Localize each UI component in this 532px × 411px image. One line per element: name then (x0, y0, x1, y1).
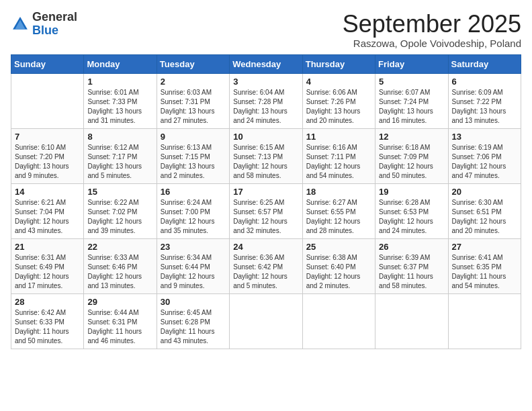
calendar-cell: 17Sunrise: 6:25 AM Sunset: 6:57 PM Dayli… (230, 183, 302, 238)
day-info: Sunrise: 6:25 AM Sunset: 6:57 PM Dayligh… (233, 198, 298, 236)
day-info: Sunrise: 6:44 AM Sunset: 6:31 PM Dayligh… (87, 308, 152, 346)
calendar-cell: 27Sunrise: 6:41 AM Sunset: 6:35 PM Dayli… (448, 238, 521, 293)
day-number: 13 (452, 132, 517, 142)
calendar-cell (448, 293, 521, 349)
calendar-cell: 12Sunrise: 6:18 AM Sunset: 7:09 PM Dayli… (375, 128, 448, 183)
day-info: Sunrise: 6:19 AM Sunset: 7:06 PM Dayligh… (452, 143, 517, 181)
day-info: Sunrise: 6:34 AM Sunset: 6:44 PM Dayligh… (161, 253, 226, 291)
day-number: 7 (15, 132, 80, 142)
calendar-cell: 8Sunrise: 6:12 AM Sunset: 7:17 PM Daylig… (84, 128, 157, 183)
logo: General Blue (11, 11, 77, 38)
day-info: Sunrise: 6:18 AM Sunset: 7:09 PM Dayligh… (379, 143, 444, 181)
day-info: Sunrise: 6:41 AM Sunset: 6:35 PM Dayligh… (452, 253, 517, 291)
calendar-cell: 25Sunrise: 6:38 AM Sunset: 6:40 PM Dayli… (302, 238, 375, 293)
location-subtitle: Raszowa, Opole Voivodeship, Poland (343, 38, 521, 49)
calendar-cell: 5Sunrise: 6:07 AM Sunset: 7:24 PM Daylig… (375, 73, 448, 128)
calendar-week-row: 14Sunrise: 6:21 AM Sunset: 7:04 PM Dayli… (11, 183, 521, 238)
day-info: Sunrise: 6:22 AM Sunset: 7:02 PM Dayligh… (87, 198, 152, 236)
calendar-week-row: 7Sunrise: 6:10 AM Sunset: 7:20 PM Daylig… (11, 128, 521, 183)
day-info: Sunrise: 6:06 AM Sunset: 7:26 PM Dayligh… (306, 88, 371, 126)
calendar-week-row: 1Sunrise: 6:01 AM Sunset: 7:33 PM Daylig… (11, 73, 521, 128)
day-number: 25 (306, 242, 371, 252)
calendar-cell: 2Sunrise: 6:03 AM Sunset: 7:31 PM Daylig… (157, 73, 229, 128)
day-info: Sunrise: 6:12 AM Sunset: 7:17 PM Dayligh… (87, 143, 152, 181)
calendar-cell: 22Sunrise: 6:33 AM Sunset: 6:46 PM Dayli… (84, 238, 157, 293)
day-number: 28 (15, 297, 80, 307)
calendar-week-row: 21Sunrise: 6:31 AM Sunset: 6:49 PM Dayli… (11, 238, 521, 293)
calendar-cell: 21Sunrise: 6:31 AM Sunset: 6:49 PM Dayli… (11, 238, 84, 293)
day-number: 21 (15, 242, 80, 252)
day-info: Sunrise: 6:04 AM Sunset: 7:28 PM Dayligh… (233, 88, 298, 126)
day-number: 4 (306, 77, 371, 87)
calendar-week-row: 28Sunrise: 6:42 AM Sunset: 6:33 PM Dayli… (11, 293, 521, 349)
day-number: 11 (306, 132, 371, 142)
day-number: 29 (87, 297, 152, 307)
day-info: Sunrise: 6:16 AM Sunset: 7:11 PM Dayligh… (306, 143, 371, 181)
day-number: 1 (87, 77, 152, 87)
day-number: 2 (161, 77, 226, 87)
day-info: Sunrise: 6:28 AM Sunset: 6:53 PM Dayligh… (379, 198, 444, 236)
calendar-cell: 19Sunrise: 6:28 AM Sunset: 6:53 PM Dayli… (375, 183, 448, 238)
day-info: Sunrise: 6:39 AM Sunset: 6:37 PM Dayligh… (379, 253, 444, 291)
day-number: 23 (161, 242, 226, 252)
day-number: 18 (306, 187, 371, 197)
day-info: Sunrise: 6:30 AM Sunset: 6:51 PM Dayligh… (452, 198, 517, 236)
calendar-table: SundayMondayTuesdayWednesdayThursdayFrid… (11, 54, 521, 349)
day-number: 14 (15, 187, 80, 197)
day-number: 20 (452, 187, 517, 197)
calendar-cell: 24Sunrise: 6:36 AM Sunset: 6:42 PM Dayli… (230, 238, 302, 293)
day-info: Sunrise: 6:36 AM Sunset: 6:42 PM Dayligh… (233, 253, 298, 291)
day-info: Sunrise: 6:15 AM Sunset: 7:13 PM Dayligh… (233, 143, 298, 181)
day-number: 12 (379, 132, 444, 142)
day-number: 22 (87, 242, 152, 252)
day-number: 16 (161, 187, 226, 197)
calendar-cell: 3Sunrise: 6:04 AM Sunset: 7:28 PM Daylig… (230, 73, 302, 128)
calendar-cell: 9Sunrise: 6:13 AM Sunset: 7:15 PM Daylig… (157, 128, 229, 183)
day-number: 3 (233, 77, 298, 87)
calendar-cell: 29Sunrise: 6:44 AM Sunset: 6:31 PM Dayli… (84, 293, 157, 349)
calendar-cell: 4Sunrise: 6:06 AM Sunset: 7:26 PM Daylig… (302, 73, 375, 128)
day-number: 9 (161, 132, 226, 142)
calendar-cell: 16Sunrise: 6:24 AM Sunset: 7:00 PM Dayli… (157, 183, 229, 238)
day-info: Sunrise: 6:13 AM Sunset: 7:15 PM Dayligh… (161, 143, 226, 181)
weekday-header-row: SundayMondayTuesdayWednesdayThursdayFrid… (11, 54, 521, 73)
weekday-header-monday: Monday (84, 54, 157, 73)
calendar-cell: 6Sunrise: 6:09 AM Sunset: 7:22 PM Daylig… (448, 73, 521, 128)
day-info: Sunrise: 6:09 AM Sunset: 7:22 PM Dayligh… (452, 88, 517, 126)
day-number: 5 (379, 77, 444, 87)
calendar-cell: 1Sunrise: 6:01 AM Sunset: 7:33 PM Daylig… (84, 73, 157, 128)
day-number: 6 (452, 77, 517, 87)
logo-blue-text: Blue (32, 24, 58, 37)
weekday-header-sunday: Sunday (11, 54, 84, 73)
weekday-header-thursday: Thursday (302, 54, 375, 73)
day-info: Sunrise: 6:38 AM Sunset: 6:40 PM Dayligh… (306, 253, 371, 291)
day-info: Sunrise: 6:10 AM Sunset: 7:20 PM Dayligh… (15, 143, 80, 181)
day-info: Sunrise: 6:27 AM Sunset: 6:55 PM Dayligh… (306, 198, 371, 236)
calendar-cell (302, 293, 375, 349)
day-info: Sunrise: 6:33 AM Sunset: 6:46 PM Dayligh… (87, 253, 152, 291)
calendar-cell: 23Sunrise: 6:34 AM Sunset: 6:44 PM Dayli… (157, 238, 229, 293)
calendar-cell: 14Sunrise: 6:21 AM Sunset: 7:04 PM Dayli… (11, 183, 84, 238)
calendar-cell: 11Sunrise: 6:16 AM Sunset: 7:11 PM Dayli… (302, 128, 375, 183)
day-number: 26 (379, 242, 444, 252)
calendar-cell: 13Sunrise: 6:19 AM Sunset: 7:06 PM Dayli… (448, 128, 521, 183)
logo-general-text: General (32, 10, 77, 24)
day-info: Sunrise: 6:03 AM Sunset: 7:31 PM Dayligh… (161, 88, 226, 126)
calendar-cell: 28Sunrise: 6:42 AM Sunset: 6:33 PM Dayli… (11, 293, 84, 349)
calendar-cell: 7Sunrise: 6:10 AM Sunset: 7:20 PM Daylig… (11, 128, 84, 183)
page-header: General Blue September 2025 Raszowa, Opo… (11, 11, 521, 49)
calendar-cell: 26Sunrise: 6:39 AM Sunset: 6:37 PM Dayli… (375, 238, 448, 293)
weekday-header-wednesday: Wednesday (230, 54, 302, 73)
day-number: 8 (87, 132, 152, 142)
calendar-cell: 20Sunrise: 6:30 AM Sunset: 6:51 PM Dayli… (448, 183, 521, 238)
title-block: September 2025 Raszowa, Opole Voivodeshi… (343, 11, 521, 49)
weekday-header-tuesday: Tuesday (157, 54, 229, 73)
day-number: 10 (233, 132, 298, 142)
day-info: Sunrise: 6:24 AM Sunset: 7:00 PM Dayligh… (161, 198, 226, 236)
day-number: 27 (452, 242, 517, 252)
calendar-cell: 30Sunrise: 6:45 AM Sunset: 6:28 PM Dayli… (157, 293, 229, 349)
day-number: 19 (379, 187, 444, 197)
day-info: Sunrise: 6:42 AM Sunset: 6:33 PM Dayligh… (15, 308, 80, 346)
day-info: Sunrise: 6:07 AM Sunset: 7:24 PM Dayligh… (379, 88, 444, 126)
day-number: 17 (233, 187, 298, 197)
